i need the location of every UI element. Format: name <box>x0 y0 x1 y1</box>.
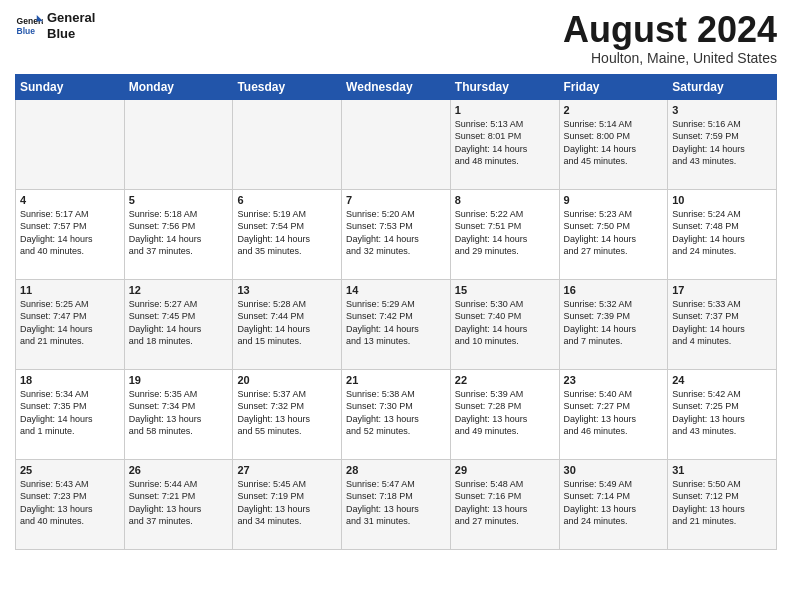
day-number: 16 <box>564 284 664 296</box>
day-detail: Sunrise: 5:35 AM Sunset: 7:34 PM Dayligh… <box>129 388 229 438</box>
calendar-cell: 4Sunrise: 5:17 AM Sunset: 7:57 PM Daylig… <box>16 189 125 279</box>
calendar-week-4: 18Sunrise: 5:34 AM Sunset: 7:35 PM Dayli… <box>16 369 777 459</box>
calendar-cell: 20Sunrise: 5:37 AM Sunset: 7:32 PM Dayli… <box>233 369 342 459</box>
day-number: 14 <box>346 284 446 296</box>
day-detail: Sunrise: 5:17 AM Sunset: 7:57 PM Dayligh… <box>20 208 120 258</box>
day-detail: Sunrise: 5:44 AM Sunset: 7:21 PM Dayligh… <box>129 478 229 528</box>
day-number: 8 <box>455 194 555 206</box>
calendar-week-2: 4Sunrise: 5:17 AM Sunset: 7:57 PM Daylig… <box>16 189 777 279</box>
logo: General Blue General Blue <box>15 10 95 41</box>
day-detail: Sunrise: 5:45 AM Sunset: 7:19 PM Dayligh… <box>237 478 337 528</box>
title-block: August 2024 Houlton, Maine, United State… <box>563 10 777 66</box>
calendar-cell <box>124 99 233 189</box>
day-detail: Sunrise: 5:13 AM Sunset: 8:01 PM Dayligh… <box>455 118 555 168</box>
day-detail: Sunrise: 5:20 AM Sunset: 7:53 PM Dayligh… <box>346 208 446 258</box>
day-detail: Sunrise: 5:25 AM Sunset: 7:47 PM Dayligh… <box>20 298 120 348</box>
day-number: 5 <box>129 194 229 206</box>
day-detail: Sunrise: 5:24 AM Sunset: 7:48 PM Dayligh… <box>672 208 772 258</box>
day-number: 24 <box>672 374 772 386</box>
day-detail: Sunrise: 5:42 AM Sunset: 7:25 PM Dayligh… <box>672 388 772 438</box>
logo-text-line2: Blue <box>47 26 95 42</box>
day-number: 3 <box>672 104 772 116</box>
day-number: 9 <box>564 194 664 206</box>
calendar-cell: 25Sunrise: 5:43 AM Sunset: 7:23 PM Dayli… <box>16 459 125 549</box>
calendar-cell: 17Sunrise: 5:33 AM Sunset: 7:37 PM Dayli… <box>668 279 777 369</box>
day-number: 11 <box>20 284 120 296</box>
day-number: 22 <box>455 374 555 386</box>
day-detail: Sunrise: 5:22 AM Sunset: 7:51 PM Dayligh… <box>455 208 555 258</box>
calendar-cell: 9Sunrise: 5:23 AM Sunset: 7:50 PM Daylig… <box>559 189 668 279</box>
calendar-cell: 16Sunrise: 5:32 AM Sunset: 7:39 PM Dayli… <box>559 279 668 369</box>
calendar-cell: 8Sunrise: 5:22 AM Sunset: 7:51 PM Daylig… <box>450 189 559 279</box>
day-number: 20 <box>237 374 337 386</box>
calendar-cell: 22Sunrise: 5:39 AM Sunset: 7:28 PM Dayli… <box>450 369 559 459</box>
calendar-cell: 3Sunrise: 5:16 AM Sunset: 7:59 PM Daylig… <box>668 99 777 189</box>
logo-text-line1: General <box>47 10 95 26</box>
day-number: 25 <box>20 464 120 476</box>
calendar-cell: 30Sunrise: 5:49 AM Sunset: 7:14 PM Dayli… <box>559 459 668 549</box>
calendar-header: SundayMondayTuesdayWednesdayThursdayFrid… <box>16 74 777 99</box>
day-detail: Sunrise: 5:43 AM Sunset: 7:23 PM Dayligh… <box>20 478 120 528</box>
header-cell-wednesday: Wednesday <box>342 74 451 99</box>
day-number: 10 <box>672 194 772 206</box>
calendar-cell: 7Sunrise: 5:20 AM Sunset: 7:53 PM Daylig… <box>342 189 451 279</box>
calendar-cell: 11Sunrise: 5:25 AM Sunset: 7:47 PM Dayli… <box>16 279 125 369</box>
day-detail: Sunrise: 5:40 AM Sunset: 7:27 PM Dayligh… <box>564 388 664 438</box>
calendar-cell <box>342 99 451 189</box>
day-detail: Sunrise: 5:32 AM Sunset: 7:39 PM Dayligh… <box>564 298 664 348</box>
day-number: 31 <box>672 464 772 476</box>
header-cell-saturday: Saturday <box>668 74 777 99</box>
day-number: 6 <box>237 194 337 206</box>
page-header: General Blue General Blue August 2024 Ho… <box>15 10 777 66</box>
calendar-cell: 23Sunrise: 5:40 AM Sunset: 7:27 PM Dayli… <box>559 369 668 459</box>
day-number: 28 <box>346 464 446 476</box>
calendar-cell: 19Sunrise: 5:35 AM Sunset: 7:34 PM Dayli… <box>124 369 233 459</box>
day-detail: Sunrise: 5:28 AM Sunset: 7:44 PM Dayligh… <box>237 298 337 348</box>
day-number: 26 <box>129 464 229 476</box>
day-number: 1 <box>455 104 555 116</box>
calendar-cell: 18Sunrise: 5:34 AM Sunset: 7:35 PM Dayli… <box>16 369 125 459</box>
calendar-cell: 13Sunrise: 5:28 AM Sunset: 7:44 PM Dayli… <box>233 279 342 369</box>
day-detail: Sunrise: 5:23 AM Sunset: 7:50 PM Dayligh… <box>564 208 664 258</box>
calendar-cell: 6Sunrise: 5:19 AM Sunset: 7:54 PM Daylig… <box>233 189 342 279</box>
calendar-body: 1Sunrise: 5:13 AM Sunset: 8:01 PM Daylig… <box>16 99 777 549</box>
calendar-cell: 10Sunrise: 5:24 AM Sunset: 7:48 PM Dayli… <box>668 189 777 279</box>
day-number: 4 <box>20 194 120 206</box>
day-detail: Sunrise: 5:50 AM Sunset: 7:12 PM Dayligh… <box>672 478 772 528</box>
calendar-cell: 14Sunrise: 5:29 AM Sunset: 7:42 PM Dayli… <box>342 279 451 369</box>
day-number: 7 <box>346 194 446 206</box>
day-number: 15 <box>455 284 555 296</box>
header-cell-thursday: Thursday <box>450 74 559 99</box>
day-detail: Sunrise: 5:18 AM Sunset: 7:56 PM Dayligh… <box>129 208 229 258</box>
logo-icon: General Blue <box>15 12 43 40</box>
day-number: 19 <box>129 374 229 386</box>
calendar-cell: 12Sunrise: 5:27 AM Sunset: 7:45 PM Dayli… <box>124 279 233 369</box>
day-number: 21 <box>346 374 446 386</box>
day-detail: Sunrise: 5:37 AM Sunset: 7:32 PM Dayligh… <box>237 388 337 438</box>
calendar-table: SundayMondayTuesdayWednesdayThursdayFrid… <box>15 74 777 550</box>
calendar-cell: 24Sunrise: 5:42 AM Sunset: 7:25 PM Dayli… <box>668 369 777 459</box>
day-number: 27 <box>237 464 337 476</box>
calendar-cell: 5Sunrise: 5:18 AM Sunset: 7:56 PM Daylig… <box>124 189 233 279</box>
day-detail: Sunrise: 5:47 AM Sunset: 7:18 PM Dayligh… <box>346 478 446 528</box>
calendar-cell: 15Sunrise: 5:30 AM Sunset: 7:40 PM Dayli… <box>450 279 559 369</box>
calendar-cell: 29Sunrise: 5:48 AM Sunset: 7:16 PM Dayli… <box>450 459 559 549</box>
day-detail: Sunrise: 5:38 AM Sunset: 7:30 PM Dayligh… <box>346 388 446 438</box>
day-detail: Sunrise: 5:19 AM Sunset: 7:54 PM Dayligh… <box>237 208 337 258</box>
day-detail: Sunrise: 5:30 AM Sunset: 7:40 PM Dayligh… <box>455 298 555 348</box>
svg-text:Blue: Blue <box>17 25 36 35</box>
calendar-cell: 1Sunrise: 5:13 AM Sunset: 8:01 PM Daylig… <box>450 99 559 189</box>
header-row: SundayMondayTuesdayWednesdayThursdayFrid… <box>16 74 777 99</box>
day-detail: Sunrise: 5:27 AM Sunset: 7:45 PM Dayligh… <box>129 298 229 348</box>
calendar-cell: 31Sunrise: 5:50 AM Sunset: 7:12 PM Dayli… <box>668 459 777 549</box>
day-number: 12 <box>129 284 229 296</box>
location: Houlton, Maine, United States <box>563 50 777 66</box>
calendar-cell: 26Sunrise: 5:44 AM Sunset: 7:21 PM Dayli… <box>124 459 233 549</box>
day-number: 18 <box>20 374 120 386</box>
calendar-cell <box>16 99 125 189</box>
day-detail: Sunrise: 5:34 AM Sunset: 7:35 PM Dayligh… <box>20 388 120 438</box>
header-cell-sunday: Sunday <box>16 74 125 99</box>
day-number: 29 <box>455 464 555 476</box>
day-number: 23 <box>564 374 664 386</box>
calendar-cell: 27Sunrise: 5:45 AM Sunset: 7:19 PM Dayli… <box>233 459 342 549</box>
